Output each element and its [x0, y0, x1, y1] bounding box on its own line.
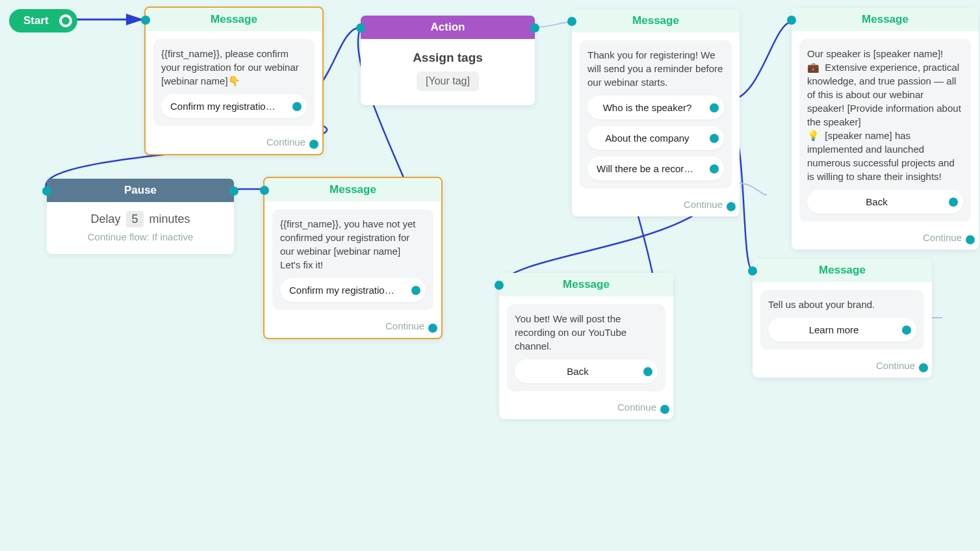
quick-reply-back[interactable]: Back — [515, 359, 658, 383]
input-port[interactable] — [748, 266, 757, 276]
action-tag: [Your tag] — [417, 71, 479, 91]
node-header: Message — [146, 8, 322, 31]
output-port[interactable] — [966, 235, 975, 244]
button-label: About the company — [605, 133, 689, 144]
output-port[interactable] — [530, 23, 539, 32]
continue-label: Continue — [617, 402, 656, 413]
flow-canvas[interactable]: { "start": { "label": "Start" }, "node1"… — [0, 0, 980, 551]
pause-condition: Continue flow: If inactive — [55, 231, 226, 242]
output-port[interactable] — [710, 103, 719, 112]
message-node-thankyou[interactable]: Message Thank you for registering! We wi… — [572, 9, 740, 216]
message-text: {{first_name}}, please confirm your regi… — [161, 47, 307, 88]
message-bubble: You bet! We will post the recording on o… — [507, 304, 665, 391]
pause-delay-word: Delay — [90, 212, 120, 225]
pause-node[interactable]: Pause Delay 5 minutes Continue flow: If … — [47, 179, 234, 254]
output-port[interactable] — [710, 164, 719, 173]
node-header: Message — [572, 9, 740, 32]
message-bubble: {{first_name}}, you have not yet confirm… — [272, 209, 433, 310]
button-label: Who is the speaker? — [603, 102, 692, 113]
node-header: Message — [264, 178, 441, 201]
output-port[interactable] — [292, 102, 302, 111]
message-node-reminder[interactable]: Message {{first_name}}, you have not yet… — [263, 177, 443, 339]
button-label: Confirm my registration ... — [289, 285, 401, 296]
button-label: Confirm my registration ... — [170, 101, 282, 112]
output-port[interactable] — [949, 198, 958, 207]
quick-reply-company[interactable]: About the company — [587, 126, 724, 150]
start-output-port[interactable] — [59, 14, 72, 27]
message-node-confirm[interactable]: Message {{first_name}}, please confirm y… — [144, 6, 324, 155]
message-bubble: Our speaker is [speaker name]! 💼 Extensi… — [799, 39, 971, 222]
input-port[interactable] — [42, 186, 51, 196]
continue-link[interactable]: Continue — [264, 318, 441, 338]
message-text: Tell us about your brand. — [768, 298, 916, 311]
message-text: Our speaker is [speaker name]! 💼 Extensi… — [807, 47, 963, 183]
message-bubble: Thank you for registering! We will send … — [580, 40, 732, 188]
continue-label: Continue — [385, 320, 424, 331]
node-header: Action — [361, 16, 535, 39]
node-header: Message — [499, 273, 673, 296]
quick-reply-speaker[interactable]: Who is the speaker? — [587, 96, 724, 120]
action-node-assign-tags[interactable]: Action Assign tags [Your tag] — [361, 16, 535, 105]
continue-link[interactable]: Continue — [792, 229, 979, 250]
output-port[interactable] — [428, 324, 437, 333]
input-port[interactable] — [260, 186, 269, 195]
input-port[interactable] — [495, 281, 504, 290]
input-port[interactable] — [356, 23, 365, 32]
message-text: You bet! We will post the recording on o… — [515, 312, 658, 353]
pause-delay: Delay 5 minutes — [55, 211, 226, 227]
input-port[interactable] — [567, 17, 576, 26]
message-node-speaker[interactable]: Message Our speaker is [speaker name]! 💼… — [792, 8, 979, 250]
continue-link[interactable]: Continue — [753, 357, 932, 378]
output-port[interactable] — [727, 202, 736, 211]
button-label: Back — [866, 196, 887, 207]
output-port[interactable] — [411, 286, 420, 295]
quick-reply-learn-more[interactable]: Learn more — [768, 318, 916, 342]
message-bubble: Tell us about your brand. Learn more — [760, 290, 924, 350]
input-port[interactable] — [787, 16, 796, 25]
start-label: Start — [23, 14, 49, 27]
quick-reply-back[interactable]: Back — [807, 190, 963, 214]
node-header: Pause — [47, 179, 234, 202]
message-node-recording[interactable]: Message You bet! We will post the record… — [499, 273, 673, 419]
message-text: {{first_name}}, you have not yet confirm… — [280, 217, 426, 272]
output-port[interactable] — [660, 405, 669, 414]
button-label: Back — [567, 366, 588, 377]
continue-label: Continue — [684, 199, 723, 210]
output-port[interactable] — [902, 326, 911, 335]
quick-reply-recording[interactable]: Will there be a recording? — [587, 157, 724, 181]
button-label: Will there be a recording? — [597, 163, 708, 174]
message-node-brand[interactable]: Message Tell us about your brand. Learn … — [753, 259, 932, 378]
output-port[interactable] — [229, 186, 239, 196]
continue-link[interactable]: Continue — [499, 399, 673, 419]
button-label: Learn more — [809, 324, 859, 335]
output-port[interactable] — [643, 367, 652, 376]
pause-unit: minutes — [149, 212, 190, 225]
action-title: Assign tags — [368, 51, 527, 65]
continue-label: Continue — [876, 360, 915, 371]
continue-link[interactable]: Continue — [572, 196, 740, 216]
message-bubble: {{first_name}}, please confirm your regi… — [153, 39, 315, 126]
node-header: Message — [792, 8, 979, 31]
quick-reply-button[interactable]: Confirm my registration ... — [161, 94, 307, 118]
input-port[interactable] — [141, 16, 150, 25]
output-port[interactable] — [710, 134, 719, 143]
pause-value: 5 — [126, 211, 143, 227]
start-node[interactable]: Start — [9, 9, 77, 32]
output-port[interactable] — [919, 363, 928, 372]
continue-label: Continue — [266, 136, 305, 147]
message-text: Thank you for registering! We will send … — [587, 48, 724, 89]
node-header: Message — [753, 259, 932, 282]
continue-link[interactable]: Continue — [146, 134, 322, 154]
output-port[interactable] — [309, 140, 318, 149]
continue-label: Continue — [923, 232, 962, 243]
quick-reply-confirm[interactable]: Confirm my registration ... — [280, 278, 426, 302]
